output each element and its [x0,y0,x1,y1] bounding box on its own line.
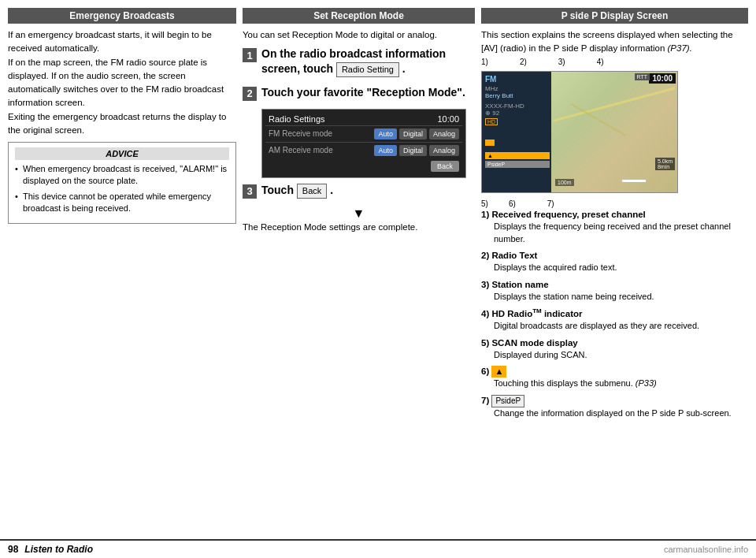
rs-fm-digital[interactable]: Digital [399,128,427,140]
item-2: 2) Radio Text Displays the acquired radi… [481,249,748,273]
rs-fm-label: FM Receive mode [269,129,374,138]
dist2-badge: 100m [555,179,574,186]
rs-header: Radio Settings 10:00 [265,113,462,125]
step-2-text: Touch your favorite "Reception Mode". [261,85,465,100]
watermark: carmanualsonline.info [664,545,748,554]
label-2: 2) [520,58,527,66]
rs-footer: Back [265,158,462,174]
item-5-title: 5) SCAN mode display [481,338,578,348]
rs-fm-auto[interactable]: Auto [374,128,397,140]
label-7: 7) [547,199,554,208]
radio-settings-screenshot: Radio Settings 10:00 FM Receive mode Aut… [261,109,466,178]
step-3: 3 Touch Back . [243,183,475,199]
rp-xxxx: XXXX-FM-HD [485,102,550,110]
pside-intro-text: This section explains the screens displa… [481,28,748,54]
item-6: 6) ▲ Touching this displays the submenu.… [481,365,748,390]
right-column: P side P Display Screen This section exp… [481,8,748,528]
item-3: 3) Station name Displays the station nam… [481,278,748,303]
back-button[interactable]: Back [297,184,327,199]
item-4-title: 4) HD RadioTM indicator [481,309,583,318]
pside-screenshot: FM MHz Berry Butt XXXX-FM-HD ⊕ 92 HD ▲ [481,71,678,193]
step-1-text: On the radio broadcast information scree… [261,46,475,77]
pside-intro: This section explains the screens displa… [481,28,748,54]
page-number: 98 [8,544,18,555]
advice-item-2: This device cannot be operated while eme… [15,191,229,215]
step-1-num: 1 [243,48,257,62]
reception-header: Set Reception Mode [243,8,475,24]
numbered-list: 1) Received frequency, preset channel Di… [481,208,748,419]
pside-btn[interactable]: PsideP [485,161,550,168]
rs-fm-analog[interactable]: Analog [429,128,459,140]
emergency-body: If an emergency broadcast starts, it wil… [8,28,236,137]
advice-header: ADVICE [15,147,229,160]
page: Emergency Broadcasts If an emergency bro… [0,0,756,558]
rtt-badge: RTT [635,73,650,80]
radio-setting-button[interactable]: Radio Setting [336,62,399,77]
rs-title: Radio Settings [269,114,325,124]
emergency-header: Emergency Broadcasts [8,8,236,24]
rs-am-label: AM Receive mode [269,146,374,154]
item-6-title: 6) ▲ [481,366,506,376]
rp-hd-badge: HD [485,118,498,125]
rp-freq: FM [485,75,550,84]
step-1: 1 On the radio broadcast information scr… [243,46,475,77]
item-7-desc: Change the information displayed on the … [494,407,748,419]
rs-back-btn[interactable]: Back [431,161,459,172]
radio-panel: FM MHz Berry Butt XXXX-FM-HD ⊕ 92 HD ▲ [482,72,553,193]
pside-inner: FM MHz Berry Butt XXXX-FM-HD ⊕ 92 HD ▲ [482,72,677,192]
page-footer: 98 Listen to Radio carmanualsonline.info [0,539,756,558]
map-area: 10:00 RTT 5.0km8min 100m [551,72,677,193]
left-column: Emergency Broadcasts If an emergency bro… [8,8,236,528]
dist-badge: 5.0km8min [655,158,675,170]
reception-complete: The Reception Mode settings are complete… [243,222,475,232]
reception-intro: You can set Reception Mode to digital or… [243,28,475,42]
pside-header: P side P Display Screen [481,8,748,24]
label-bottom-row: 5) 6) 7) [481,199,748,208]
item-5: 5) SCAN mode display Displayed during SC… [481,337,748,361]
scan-icon [485,140,495,146]
rs-row-fm: FM Receive mode Auto Digital Analog [265,125,462,142]
step-3-num: 3 [243,184,257,199]
item-1-title: 1) Received frequency, preset channel [481,210,646,219]
rs-am-buttons: Auto Digital Analog [374,145,459,156]
step-2-num: 2 [243,87,257,101]
time-display: 10:00 [649,73,676,84]
rs-am-digital[interactable]: Digital [399,145,427,156]
item-7: 7) PsideP Change the information display… [481,394,748,419]
item-1: 1) Received frequency, preset channel Di… [481,208,748,245]
item-1-desc: Displays the frequency being received an… [494,221,748,245]
advice-item-1: When emergency broadcast is received, "A… [15,163,229,188]
label-5: 5) [481,199,488,208]
rp-band: MHz [485,85,550,92]
submenu-btn[interactable]: ▲ [485,152,550,159]
label-6: 6) [509,199,516,208]
step-3-text: Touch Back . [261,183,333,199]
pside-label: PsideP [491,395,524,407]
advice-list: When emergency broadcast is received, "A… [15,163,229,215]
item-7-title: 7) PsideP [481,396,524,405]
item-4-desc: Digital broadcasts are displayed as they… [494,320,748,332]
label-3: 3) [558,58,565,66]
item-3-title: 3) Station name [481,280,549,289]
rp-preset: ⊕ 92 [485,110,550,117]
item-6-desc: Touching this displays the submenu. (P33… [494,378,748,389]
advice-box: ADVICE When emergency broadcast is recei… [8,142,236,224]
middle-column: Set Reception Mode You can set Reception… [243,8,475,528]
footer-title: Listen to Radio [24,544,93,555]
rs-row-am: AM Receive mode Auto Digital Analog [265,142,462,158]
item-2-title: 2) Radio Text [481,251,537,260]
item-4: 4) HD RadioTM indicator Digital broadcas… [481,307,748,332]
rs-am-auto[interactable]: Auto [374,145,397,156]
arrow-down: ▼ [243,206,475,221]
label-top-row: 1) 2) 3) 4) [481,58,748,66]
rs-am-analog[interactable]: Analog [429,145,459,156]
label-1: 1) [481,58,488,66]
label-4: 4) [597,58,604,66]
rs-fm-buttons: Auto Digital Analog [374,128,459,140]
step-2: 2 Touch your favorite "Reception Mode". [243,85,475,101]
item-2-desc: Displays the acquired radio text. [494,262,748,273]
item-3-desc: Displays the station name being received… [494,291,748,303]
item-5-desc: Displayed during SCAN. [494,349,748,361]
rs-time: 10:00 [437,114,459,124]
